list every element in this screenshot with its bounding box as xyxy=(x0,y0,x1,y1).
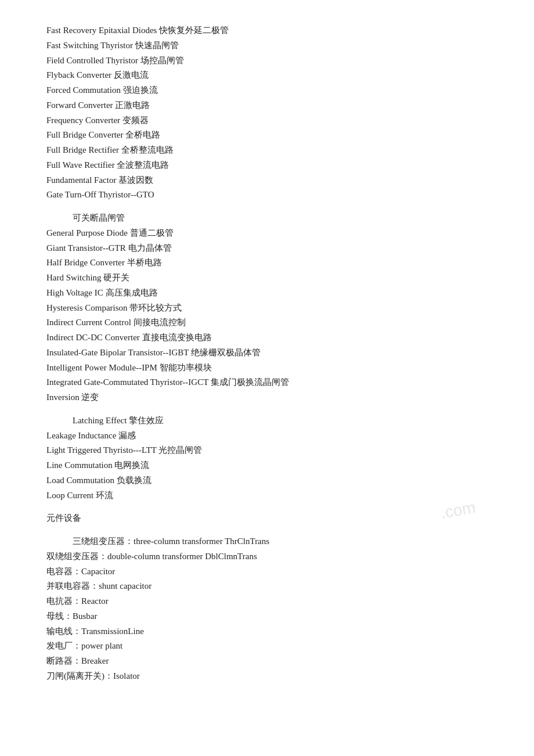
text-line-28: Leakage Inductance 漏感 xyxy=(46,429,488,443)
text-line-22: Insulated-Gate Bipolar Transistor--IGBT … xyxy=(46,345,488,360)
text-line-25: Inversion 逆变 xyxy=(46,390,488,405)
text-line-19: Hysteresis Comparison 带环比较方式 xyxy=(46,301,488,315)
gap-33 xyxy=(46,503,488,511)
text-line-24: Integrated Gate-Commutated Thyristor--IG… xyxy=(46,375,488,390)
text-line-17: Hard Switching 硬开关 xyxy=(46,271,488,285)
text-line-21: Indirect DC-DC Converter 直接电流变换电路 xyxy=(46,330,488,345)
text-line-14: General Purpose Diode 普通二极管 xyxy=(46,226,488,240)
text-line-31: Load Commutation 负载换流 xyxy=(46,473,488,488)
text-line-38: 电容器：Capacitor xyxy=(46,564,488,579)
text-line-39: 并联电容器：shunt capacitor xyxy=(46,579,488,593)
text-line-16: Half Bridge Converter 半桥电路 xyxy=(46,255,488,270)
text-line-8: Full Bridge Rectifier 全桥整流电路 xyxy=(46,143,488,157)
main-content: Fast Recovery Epitaxial Diodes 快恢复外延二极管F… xyxy=(46,23,488,683)
text-line-7: Full Bridge Converter 全桥电路 xyxy=(46,128,488,142)
text-line-4: Forced Commutation 强迫换流 xyxy=(46,83,488,98)
text-line-9: Full Wave Rectifier 全波整流电路 xyxy=(46,158,488,172)
text-line-42: 输电线：TransmissionLine xyxy=(46,624,488,639)
text-line-18: High Voltage IC 高压集成电路 xyxy=(46,286,488,300)
text-line-45: 刀闸(隔离开关)：Isolator xyxy=(46,669,488,683)
text-line-29: Light Triggered Thyristo---LTT 光控晶闸管 xyxy=(46,443,488,458)
text-line-11: Gate Turn-Off Thyristor--GTO xyxy=(46,188,488,202)
text-line-32: Loop Current 环流 xyxy=(46,488,488,503)
gap-12 xyxy=(46,203,488,211)
text-line-20: Indirect Current Control 间接电流控制 xyxy=(46,315,488,330)
gap-35 xyxy=(46,526,488,534)
text-line-5: Forward Converter 正激电路 xyxy=(46,98,488,113)
indent-line-27: Latching Effect 擎住效应 xyxy=(46,413,488,428)
text-line-3: Flyback Converter 反激电流 xyxy=(46,68,488,82)
text-line-2: Field Controlled Thyristor 场控晶闸管 xyxy=(46,53,488,68)
text-line-6: Frequency Converter 变频器 xyxy=(46,113,488,128)
text-line-43: 发电厂：power plant xyxy=(46,639,488,653)
text-line-10: Fundamental Factor 基波因数 xyxy=(46,173,488,188)
indent-line-13: 可关断晶闸管 xyxy=(46,211,488,225)
text-line-1: Fast Switching Thyristor 快速晶闸管 xyxy=(46,38,488,53)
text-line-44: 断路器：Breaker xyxy=(46,654,488,668)
text-line-23: Intelligent Power Module--IPM 智能功率模块 xyxy=(46,361,488,375)
text-line-0: Fast Recovery Epitaxial Diodes 快恢复外延二极管 xyxy=(46,23,488,38)
section-heading-34: 元件设备 xyxy=(46,511,488,525)
text-line-41: 母线：Busbar xyxy=(46,609,488,624)
text-line-40: 电抗器：Reactor xyxy=(46,594,488,609)
text-line-15: Giant Transistor--GTR 电力晶体管 xyxy=(46,241,488,255)
gap-26 xyxy=(46,405,488,413)
text-line-37: 双绕组变压器：double-column transformer DblClmn… xyxy=(46,549,488,564)
text-line-30: Line Commutation 电网换流 xyxy=(46,458,488,473)
indent-line-36: 三绕组变压器：three-column transformer ThrClnTr… xyxy=(46,534,488,549)
